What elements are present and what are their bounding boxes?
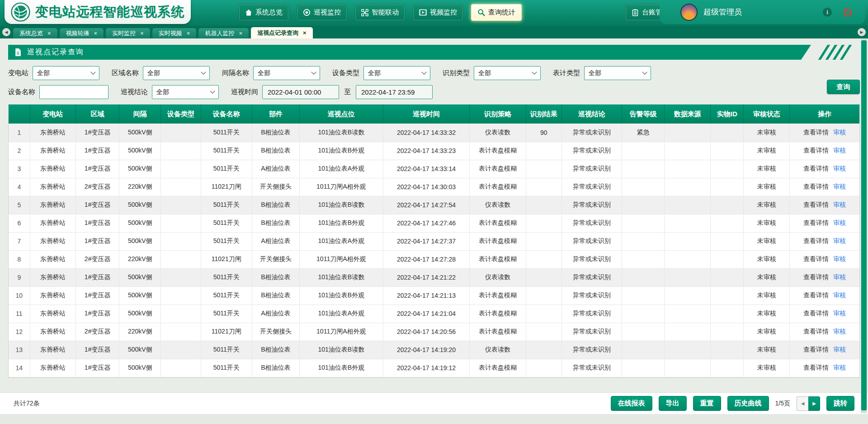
view-detail-link[interactable]: 查看详情	[803, 310, 829, 317]
device-name-input[interactable]	[39, 85, 108, 99]
chevron-down-icon	[90, 69, 95, 74]
view-detail-link[interactable]: 查看详情	[803, 291, 829, 299]
nav-system-overview[interactable]: 系统总览	[239, 4, 289, 21]
view-detail-link[interactable]: 查看详情	[803, 273, 829, 281]
bay-name-select[interactable]: 全部	[253, 66, 320, 80]
nav-query-statistics[interactable]: 查询统计	[471, 4, 522, 21]
table-cell: 500kV侧	[119, 214, 161, 232]
view-detail-link[interactable]: 查看详情	[803, 328, 829, 335]
video-icon	[419, 9, 427, 16]
recognition-type-select[interactable]: 全部	[474, 66, 541, 80]
export-button[interactable]: 导出	[659, 396, 687, 411]
tab-realtime-monitor[interactable]: 实时监控×	[105, 28, 151, 38]
tab-close-icon[interactable]: ×	[140, 30, 144, 36]
table-cell	[665, 359, 711, 377]
audit-link[interactable]: 审核	[833, 165, 846, 172]
tab-label: 巡视点记录查询	[257, 29, 298, 37]
tab-system-overview[interactable]: 系统总览×	[13, 28, 58, 38]
user-avatar	[680, 4, 698, 21]
audit-link[interactable]: 审核	[833, 129, 846, 136]
nav-video-monitor[interactable]: 视频监控	[413, 4, 463, 21]
table-cell: B相油位表	[252, 142, 299, 160]
tab-close-icon[interactable]: ×	[47, 30, 51, 36]
vertical-scrollbar[interactable]	[861, 39, 867, 413]
select-value: 全部	[589, 69, 601, 77]
view-detail-link[interactable]: 查看详情	[803, 346, 829, 353]
table-cell	[161, 268, 201, 286]
tab-realtime-video[interactable]: 实时视频×	[152, 28, 197, 38]
table-cell	[526, 196, 561, 214]
conclusion-select[interactable]: 全部	[152, 85, 219, 99]
actions-cell: 查看详情审核	[790, 232, 859, 250]
table-cell: 11	[9, 305, 30, 323]
table-cell: 500kV侧	[119, 359, 161, 377]
time-from-input[interactable]	[262, 85, 339, 99]
nav-inspection-monitor[interactable]: 巡视监控	[297, 4, 347, 21]
next-page-button[interactable]: ▶	[808, 396, 820, 411]
view-detail-link[interactable]: 查看详情	[803, 219, 829, 226]
tab-scroll-right-icon[interactable]: ▶	[858, 28, 866, 36]
tab-inspection-record-query[interactable]: 巡视点记录查询×	[250, 27, 313, 38]
table-cell: 1#变压器	[76, 286, 119, 305]
user-name: 超级管理员	[703, 7, 742, 17]
tab-close-icon[interactable]: ×	[303, 30, 307, 36]
view-detail-link[interactable]: 查看详情	[803, 165, 829, 172]
audit-link[interactable]: 审核	[833, 147, 846, 154]
table-cell	[622, 305, 665, 323]
tab-scroll-left-icon[interactable]: ◀	[2, 28, 10, 36]
app-title: 变电站远程智能巡视系统	[35, 3, 184, 21]
region-name-select[interactable]: 全部	[143, 66, 210, 80]
table-row: 2东善桥站1#变压器500kV侧5011开关B相油位表101油位表B外观2022…	[9, 142, 859, 160]
scrollbar-thumb[interactable]	[861, 40, 867, 410]
station-select[interactable]: 全部	[33, 66, 99, 80]
tab-label: 视频轮播	[66, 29, 90, 38]
jump-button[interactable]: 跳转	[826, 396, 854, 411]
logout-power-icon[interactable]	[843, 7, 853, 17]
view-detail-link[interactable]: 查看详情	[803, 237, 829, 244]
prev-page-button[interactable]: ◀	[797, 396, 808, 411]
select-value: 全部	[478, 69, 491, 77]
table-cell	[665, 341, 711, 359]
tab-close-icon[interactable]: ×	[239, 30, 242, 36]
nav-smart-linkage[interactable]: 智能联动	[355, 4, 405, 21]
audit-link[interactable]: 审核	[833, 310, 846, 317]
view-detail-link[interactable]: 查看详情	[803, 364, 829, 371]
table-cell: 2022-04-17 14:21:04	[383, 305, 470, 323]
tab-close-icon[interactable]: ×	[187, 30, 190, 36]
view-detail-link[interactable]: 查看详情	[803, 129, 829, 136]
table-cell: 仪表读数	[470, 124, 526, 142]
audit-link[interactable]: 审核	[833, 364, 846, 371]
time-label: 巡视时间	[231, 88, 258, 96]
search-button[interactable]: 查询	[827, 80, 860, 94]
view-detail-link[interactable]: 查看详情	[803, 255, 829, 262]
audit-link[interactable]: 审核	[833, 183, 846, 190]
info-icon[interactable]: i	[823, 8, 832, 17]
device-type-select[interactable]: 全部	[363, 66, 430, 80]
audit-link[interactable]: 审核	[833, 201, 846, 208]
tab-video-carousel[interactable]: 视频轮播×	[59, 28, 104, 38]
audit-link[interactable]: 审核	[833, 328, 846, 335]
audit-link[interactable]: 审核	[833, 255, 846, 262]
table-cell: 101油位表B外观	[300, 286, 383, 305]
history-curve-button[interactable]: 历史曲线	[727, 396, 769, 411]
view-detail-link[interactable]: 查看详情	[803, 183, 829, 190]
table-row: 12东善桥站2#变压器220kV侧11021刀闸开关侧接头1011刀闸A相外观2…	[9, 323, 859, 341]
view-detail-link[interactable]: 查看详情	[803, 147, 829, 154]
audit-link[interactable]: 审核	[833, 219, 846, 226]
audit-link[interactable]: 审核	[833, 291, 846, 299]
table-cell: 异常或未识别	[561, 196, 622, 214]
conclusion-label: 巡视结论	[121, 88, 148, 96]
tab-robot-monitor[interactable]: 机器人监控×	[198, 28, 249, 38]
table-cell	[665, 178, 711, 196]
audit-link[interactable]: 审核	[833, 273, 846, 281]
meter-type-select[interactable]: 全部	[584, 66, 651, 80]
time-to-input[interactable]	[356, 85, 433, 99]
online-report-button[interactable]: 在线报表	[611, 396, 652, 411]
audit-link[interactable]: 审核	[833, 237, 846, 244]
table-cell	[711, 178, 744, 196]
actions-cell: 查看详情审核	[790, 142, 859, 160]
view-detail-link[interactable]: 查看详情	[803, 201, 829, 208]
tab-close-icon[interactable]: ×	[94, 30, 98, 36]
reset-button[interactable]: 重置	[693, 396, 721, 411]
audit-link[interactable]: 审核	[833, 346, 846, 353]
